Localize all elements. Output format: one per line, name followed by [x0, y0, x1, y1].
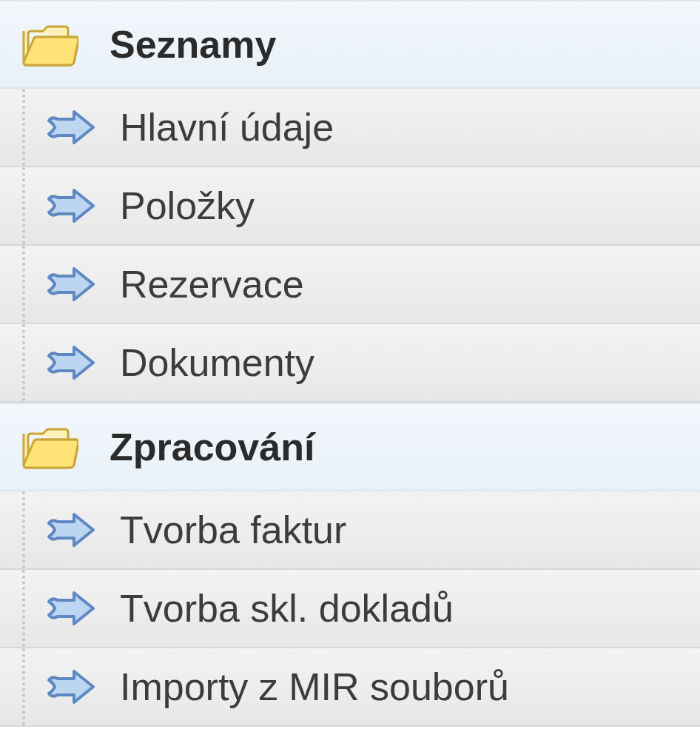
tree-group-zpracovani[interactable]: Zpracování — [0, 403, 700, 491]
tree-item-importy-mir[interactable]: Importy z MIR souborů — [0, 648, 700, 727]
arrow-right-icon — [44, 665, 111, 708]
tree-group-title: Zpracování — [87, 428, 314, 466]
tree-line — [0, 491, 44, 568]
tree-group-title: Seznamy — [87, 25, 276, 64]
navigation-tree: Seznamy Hlavní údaje Položky Rezervace — [0, 0, 700, 746]
folder-open-icon — [21, 423, 87, 471]
tree-item-label: Hlavní údaje — [111, 108, 334, 147]
arrow-right-icon — [44, 508, 111, 551]
arrow-right-icon — [44, 587, 111, 630]
tree-line — [0, 167, 44, 244]
tree-line — [0, 246, 44, 323]
tree-line — [0, 324, 44, 401]
tree-item-label: Importy z MIR souborů — [111, 668, 509, 706]
tree-item-label: Tvorba skl. dokladů — [111, 589, 454, 628]
arrow-right-icon — [44, 184, 111, 227]
tree-item-label: Dokumenty — [111, 343, 314, 382]
arrow-right-icon — [44, 106, 111, 149]
tree-group-seznamy[interactable]: Seznamy — [0, 0, 700, 89]
tree-item-rezervace[interactable]: Rezervace — [0, 246, 700, 324]
tree-item-label: Rezervace — [111, 265, 304, 303]
tree-item-tvorba-faktur[interactable]: Tvorba faktur — [0, 491, 700, 570]
arrow-right-icon — [44, 263, 111, 306]
tree-item-polozky[interactable]: Položky — [0, 167, 700, 246]
tree-item-label: Položky — [111, 186, 255, 225]
tree-item-label: Tvorba faktur — [111, 511, 346, 549]
tree-item-dokumenty[interactable]: Dokumenty — [0, 324, 700, 403]
tree-line — [0, 89, 44, 166]
arrow-right-icon — [44, 341, 111, 384]
tree-item-tvorba-skl-dokladu[interactable]: Tvorba skl. dokladů — [0, 570, 700, 648]
folder-open-icon — [21, 21, 87, 68]
tree-line — [0, 648, 44, 725]
tree-item-hlavni-udaje[interactable]: Hlavní údaje — [0, 89, 700, 167]
tree-line — [0, 570, 44, 647]
